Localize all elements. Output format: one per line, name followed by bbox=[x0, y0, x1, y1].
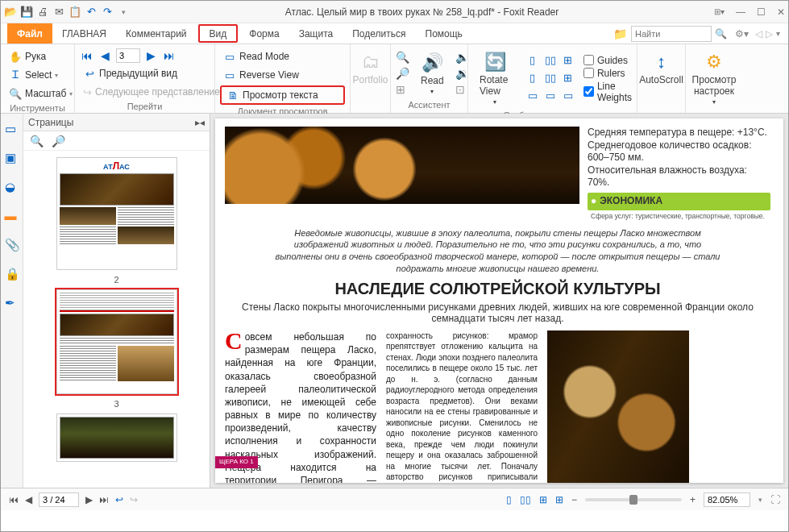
view-settings-button[interactable]: ⚙Просмотр настроек▾ bbox=[691, 48, 737, 109]
thumbnails-header: Страницы ▸◂ bbox=[23, 114, 210, 131]
sb-facing-icon[interactable]: ⊞ bbox=[539, 494, 547, 505]
sb-first-icon[interactable]: ⏮ bbox=[9, 494, 19, 505]
zoom-value-input[interactable] bbox=[704, 493, 750, 507]
speaker-icon: 🔊 bbox=[421, 52, 443, 73]
assist-icon-6[interactable]: ⊡ bbox=[455, 83, 469, 96]
assist-icon-1[interactable]: 🔍 bbox=[396, 51, 409, 64]
assist-icon-4[interactable]: 🔈 bbox=[455, 51, 469, 64]
tab-share[interactable]: Поделиться bbox=[343, 23, 415, 44]
layout-3[interactable]: ⊞ bbox=[561, 54, 575, 69]
snapshot-icon[interactable]: 📋 bbox=[69, 6, 81, 19]
next-view-label: Следующее представление bbox=[95, 86, 220, 98]
signatures-icon[interactable]: ✒ bbox=[5, 296, 19, 310]
settings-gear-icon[interactable]: ⚙▾ bbox=[735, 28, 749, 39]
hand-tool[interactable]: ✋Рука bbox=[6, 48, 69, 64]
tab-comment[interactable]: Комментарий bbox=[116, 23, 197, 44]
nav-menu-icon[interactable]: ▾ bbox=[776, 29, 780, 38]
close-button[interactable]: ✕ bbox=[777, 6, 785, 18]
layout-2[interactable]: ▯▯ bbox=[543, 54, 558, 69]
thumbnail-page-2[interactable]: АТЛАС bbox=[56, 157, 177, 270]
email-icon[interactable]: ✉ bbox=[52, 6, 65, 19]
read-aloud-button[interactable]: 🔊Read▾ bbox=[414, 49, 451, 98]
layout-5[interactable]: ▯▯ bbox=[543, 72, 558, 86]
sb-page-input[interactable] bbox=[39, 493, 79, 507]
assist-icon-5[interactable]: 🔉 bbox=[455, 67, 469, 80]
assist-icon-3[interactable]: ⊞ bbox=[396, 83, 409, 96]
sb-fullscreen-icon[interactable]: ⛶ bbox=[770, 494, 780, 505]
security-icon[interactable]: 🔒 bbox=[5, 267, 19, 281]
autoscroll-button[interactable]: ↕AutoScroll bbox=[642, 48, 680, 89]
layout-6[interactable]: ⊞ bbox=[561, 72, 575, 86]
zoom-tool[interactable]: 🔍Масштаб ▾ bbox=[6, 85, 69, 102]
thumbnail-page-3[interactable] bbox=[56, 289, 177, 394]
open-icon[interactable]: 📂 bbox=[4, 6, 17, 19]
bookmarks-icon[interactable]: ▭ bbox=[5, 122, 19, 136]
reverse-view-label: Reverse View bbox=[239, 69, 299, 81]
search-input[interactable] bbox=[631, 26, 712, 42]
ribbon-dropdown-icon[interactable]: ⊞▾ bbox=[714, 7, 725, 16]
layout-4[interactable]: ▯ bbox=[525, 72, 540, 86]
print-icon[interactable]: 🖨 bbox=[36, 6, 49, 19]
sb-zoom-in-icon[interactable]: + bbox=[690, 494, 696, 505]
attachments-icon[interactable]: 📎 bbox=[5, 238, 19, 252]
nav-next-icon[interactable]: ▷ bbox=[766, 28, 773, 39]
layout-8[interactable]: ▭ bbox=[543, 89, 558, 104]
zoom-slider[interactable] bbox=[585, 498, 682, 501]
prev-page-button[interactable]: ◀ bbox=[99, 49, 111, 62]
pages-panel-icon[interactable]: ▣ bbox=[5, 151, 19, 165]
tab-file[interactable]: Файл bbox=[7, 23, 52, 44]
guides-checkbox[interactable]: Guides bbox=[583, 55, 632, 66]
thumbnails-list[interactable]: АТЛАС 2 3 bbox=[23, 151, 210, 488]
sb-next-icon[interactable]: ▶ bbox=[85, 494, 93, 505]
page-number-input[interactable] bbox=[116, 48, 140, 63]
document-viewer[interactable]: Средняя температура в пещере: +13°C. Сре… bbox=[210, 114, 788, 488]
next-page-button[interactable]: ▶ bbox=[145, 49, 157, 62]
minimize-button[interactable]: — bbox=[736, 6, 745, 18]
reverse-view-button[interactable]: ▭Reverse View bbox=[220, 67, 345, 83]
thumbnails-collapse-icon[interactable]: ▸◂ bbox=[195, 117, 205, 128]
sb-prev-icon[interactable]: ◀ bbox=[25, 494, 32, 505]
nav-prev-icon[interactable]: ◁ bbox=[755, 28, 762, 39]
tab-view[interactable]: Вид bbox=[198, 24, 239, 43]
tab-home[interactable]: ГЛАВНАЯ bbox=[52, 23, 116, 44]
thumb-zoom-out-icon[interactable]: 🔍 bbox=[30, 135, 44, 148]
thumb-zoom-in-icon[interactable]: 🔎 bbox=[52, 135, 65, 148]
line-weights-checkbox[interactable]: Line Weights bbox=[583, 81, 632, 103]
first-page-button[interactable]: ⏮ bbox=[80, 49, 94, 62]
rotate-view-button[interactable]: 🔄Rotate View▾ bbox=[473, 48, 517, 109]
assist-icon-2[interactable]: 🔎 bbox=[396, 67, 409, 80]
prev-view-button[interactable]: ↩Предыдущий вид bbox=[80, 65, 210, 81]
search-go-icon[interactable]: 🔍 bbox=[715, 28, 727, 39]
layers-icon[interactable]: ◒ bbox=[5, 180, 19, 194]
select-tool[interactable]: ᏆSelect ▾ bbox=[6, 67, 69, 83]
layout-1[interactable]: ▯ bbox=[525, 54, 540, 69]
tab-help[interactable]: Помощь bbox=[416, 23, 472, 44]
text-view-button[interactable]: 🗎Просмотр текста bbox=[220, 85, 345, 105]
sb-cont-icon[interactable]: ▯▯ bbox=[520, 494, 531, 505]
redo-icon[interactable]: ↷ bbox=[101, 6, 114, 19]
sb-zoom-out-icon[interactable]: − bbox=[571, 494, 577, 505]
sb-back-icon[interactable]: ↩ bbox=[115, 494, 123, 505]
group-tools-caption: Инструменты bbox=[6, 102, 69, 114]
thumbnail-page-4[interactable] bbox=[56, 414, 177, 462]
tab-protect[interactable]: Защита bbox=[289, 23, 343, 44]
page-edge-tab: ЩЕРА КО 1 bbox=[215, 456, 258, 468]
maximize-button[interactable]: ☐ bbox=[757, 6, 766, 18]
sb-fwd-icon[interactable]: ↪ bbox=[130, 494, 138, 505]
info-box: Средняя температура в пещере: +13°C. Сре… bbox=[588, 127, 770, 222]
comments-icon[interactable]: ▬ bbox=[5, 209, 19, 223]
layout-9[interactable]: ▭ bbox=[561, 89, 575, 104]
search-folder-icon[interactable]: 📁 bbox=[612, 26, 628, 42]
tab-form[interactable]: Форма bbox=[239, 23, 289, 44]
sb-last-icon[interactable]: ⏭ bbox=[99, 494, 109, 505]
undo-icon[interactable]: ↶ bbox=[85, 6, 98, 19]
last-page-button[interactable]: ⏭ bbox=[162, 49, 176, 62]
rulers-checkbox[interactable]: Rulers bbox=[583, 68, 632, 79]
sb-contfacing-icon[interactable]: ⊞ bbox=[555, 494, 563, 505]
sb-singlepage-icon[interactable]: ▯ bbox=[506, 494, 512, 505]
qat-dropdown-icon[interactable]: ▾ bbox=[117, 6, 130, 19]
sb-zoom-dropdown-icon[interactable]: ▾ bbox=[758, 496, 762, 504]
read-mode-button[interactable]: ▭Read Mode bbox=[220, 48, 345, 64]
save-icon[interactable]: 💾 bbox=[20, 6, 33, 19]
layout-7[interactable]: ▭ bbox=[525, 89, 540, 104]
